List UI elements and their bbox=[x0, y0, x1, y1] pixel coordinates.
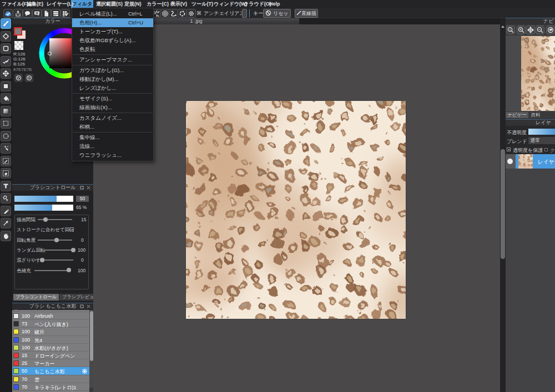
svg-text:1: 1 bbox=[509, 28, 511, 31]
